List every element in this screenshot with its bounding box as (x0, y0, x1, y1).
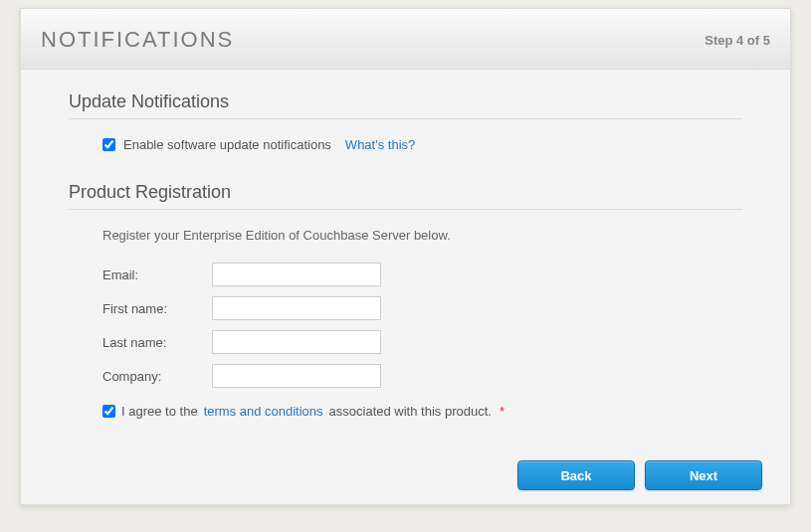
first-name-field[interactable] (212, 296, 381, 320)
first-name-label: First name: (102, 301, 212, 316)
section-registration-title: Product Registration (69, 182, 742, 210)
agree-checkbox[interactable] (102, 405, 115, 418)
step-indicator: Step 4 of 5 (705, 33, 770, 48)
whats-this-link[interactable]: What's this? (345, 137, 415, 152)
agree-prefix: I agree to the (121, 404, 198, 419)
form-row-email: Email: (102, 263, 742, 286)
form-row-last-name: Last name: (102, 330, 742, 354)
back-button[interactable]: Back (517, 460, 635, 490)
company-field[interactable] (212, 364, 381, 388)
company-label: Company: (102, 369, 212, 384)
enable-updates-label: Enable software update notifications (123, 137, 331, 152)
required-mark: * (500, 404, 505, 419)
registration-description: Register your Enterprise Edition of Couc… (69, 228, 742, 243)
setup-dialog: NOTIFICATIONS Step 4 of 5 Update Notific… (20, 8, 791, 505)
form-row-first-name: First name: (102, 296, 742, 320)
page-title: NOTIFICATIONS (41, 27, 234, 53)
terms-link[interactable]: terms and conditions (204, 404, 323, 419)
email-label: Email: (102, 267, 212, 282)
last-name-label: Last name: (102, 335, 212, 350)
dialog-header: NOTIFICATIONS Step 4 of 5 (21, 9, 790, 70)
form-row-company: Company: (102, 364, 742, 388)
enable-updates-row: Enable software update notifications Wha… (69, 137, 742, 152)
section-update-title: Update Notifications (69, 91, 742, 119)
registration-form: Email: First name: Last name: Company: (69, 263, 742, 388)
last-name-field[interactable] (212, 330, 381, 354)
enable-updates-checkbox[interactable] (102, 138, 115, 151)
agree-row: I agree to the terms and conditions asso… (69, 404, 742, 419)
dialog-footer: Back Next (21, 448, 790, 504)
next-button[interactable]: Next (645, 460, 762, 490)
agree-suffix: associated with this product. (329, 404, 492, 419)
dialog-body: Update Notifications Enable software upd… (21, 70, 790, 448)
email-field[interactable] (212, 263, 381, 286)
